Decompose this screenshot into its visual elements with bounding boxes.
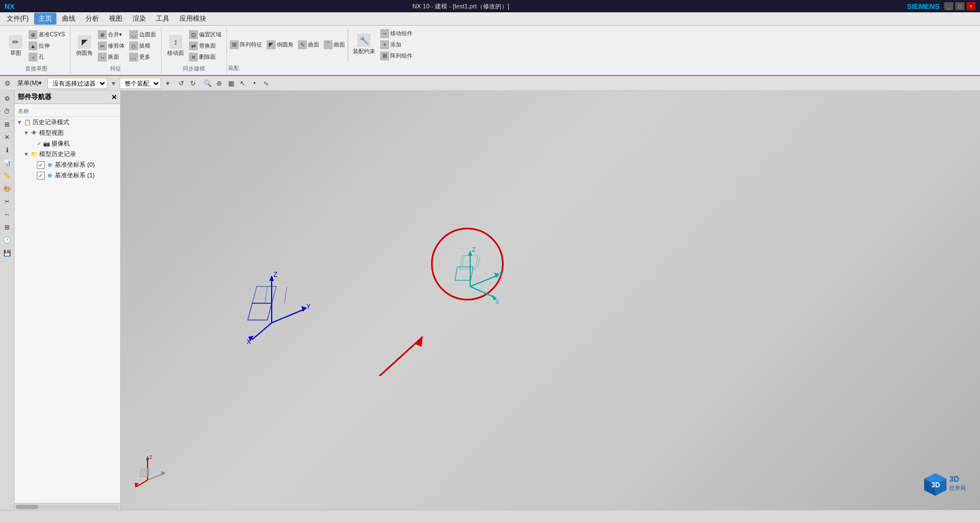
btn-move-face[interactable]: ↕ 移动面: [165, 34, 186, 58]
undo-icon[interactable]: ↺: [176, 78, 186, 88]
replace-face2-icon: ⇄: [189, 41, 198, 50]
point-icon[interactable]: •: [249, 78, 259, 88]
sl-analysis[interactable]: 📊: [2, 157, 13, 168]
pattern-component-icon: ⊞: [380, 51, 389, 60]
nav-item-modelview[interactable]: ▼ 👁 模型视图: [15, 128, 120, 138]
filter-icon[interactable]: ▦: [226, 78, 236, 88]
btn-delete-face[interactable]: ✕ 删除面: [187, 52, 223, 62]
menu-curve[interactable]: 曲线: [58, 13, 80, 25]
sl-clock[interactable]: 🕐: [2, 234, 13, 246]
modelview-icon: 👁: [30, 129, 38, 137]
sl-color[interactable]: 🎨: [2, 183, 13, 194]
nav-item-camera[interactable]: ✓ 📷 摄像机: [15, 138, 120, 149]
btn-more-feature[interactable]: … 更多: [127, 52, 158, 62]
btn-extrude[interactable]: ▲ 拉伸: [27, 41, 67, 51]
chamfer2-icon: ◤: [267, 40, 276, 49]
menu-file[interactable]: 文件(F): [2, 13, 33, 25]
main-area: ⚙ ⏱ ⊞ ✕ ℹ 📊 📏 🎨 ✂ ↔ ⊞ 🕐 💾 部件导航器 ✕ 名称 ▼ 📋…: [0, 91, 980, 510]
datum1-icon: ⊕: [46, 172, 54, 180]
feature-group-label: 特征: [110, 65, 121, 73]
btn-curve2[interactable]: ⌒ 曲面: [322, 40, 347, 50]
siemens-logo: SIEMENS: [907, 2, 940, 11]
btn-assembly-constraint[interactable]: 🔧 装配约束: [351, 32, 377, 57]
btn-datum-csys[interactable]: ⊕ 基准CSYS: [27, 30, 67, 40]
sl-assembly[interactable]: ⊞: [2, 119, 13, 130]
sl-info[interactable]: ℹ: [2, 144, 13, 156]
datum1-checkbox[interactable]: ✓: [37, 172, 45, 180]
nav-item-modelhistory[interactable]: ▼ 📁 模型历史记录: [15, 149, 120, 159]
btn-chamfer2[interactable]: ◤ 倒圆角: [265, 40, 295, 50]
view-icons: 🔍 ⊕ ▦ ↖ • ∿: [202, 78, 271, 88]
menu-view[interactable]: 视图: [105, 13, 127, 25]
btn-replace-face[interactable]: ↔ 换面: [96, 52, 126, 62]
selection-filter-dropdown[interactable]: 没有选择过滤器: [48, 78, 107, 89]
curve-select-icon[interactable]: ∿: [261, 78, 271, 88]
select-icon[interactable]: ↖: [238, 78, 248, 88]
svg-line-25: [477, 256, 480, 267]
btn-edge-blend[interactable]: ◡ 边圆面: [127, 30, 158, 40]
svg-rect-35: [140, 469, 150, 477]
svg-text:3D: 3D: [949, 474, 959, 483]
svg-line-3: [272, 309, 305, 323]
redo-icon[interactable]: ↻: [188, 78, 198, 88]
svg-line-26: [361, 337, 423, 376]
svg-rect-9: [248, 303, 272, 320]
nav-item-history[interactable]: ▼ 📋 历史记录模式: [15, 117, 120, 128]
nav-scrollbar[interactable]: [15, 503, 120, 510]
scroll-thumb: [16, 505, 38, 509]
svg-text:世界网: 世界网: [949, 485, 966, 491]
btn-replace-face2[interactable]: ⇄ 替换面: [187, 41, 223, 51]
nav-modelhistory-label: 模型历史记录: [39, 150, 76, 158]
svg-marker-32: [161, 471, 165, 476]
sl-settings[interactable]: ⚙: [2, 93, 13, 104]
nav-content: 名称 ▼ 📋 历史记录模式 ▼ 👁 模型视图 ✓ 📷 摄像机: [15, 104, 120, 503]
maximize-button[interactable]: □: [955, 2, 964, 10]
zoom-in-icon[interactable]: 🔍: [202, 78, 212, 88]
btn-add[interactable]: + 添加: [378, 40, 414, 50]
menu-tools[interactable]: 工具: [152, 13, 174, 25]
btn-sketch[interactable]: ✏ 草图: [6, 34, 26, 58]
viewport[interactable]: Z Y X: [121, 91, 980, 510]
nav-col-header: 名称: [15, 106, 120, 117]
snap-icon[interactable]: ⊕: [214, 78, 224, 88]
coord-small: Z: [131, 452, 170, 493]
nav-close-icon[interactable]: ✕: [111, 93, 117, 101]
btn-move-component[interactable]: ↔ 移动组件: [378, 29, 414, 39]
quickbar-menu[interactable]: 菜单(M)▾: [15, 78, 45, 88]
assembly-filter-dropdown[interactable]: 整个装配: [120, 78, 161, 89]
expand-modelview-icon: ▼: [23, 130, 30, 136]
sl-measure[interactable]: 📏: [2, 170, 13, 181]
close-button[interactable]: ×: [967, 2, 976, 10]
settings-icon[interactable]: ⚙: [2, 78, 12, 88]
menu-apps[interactable]: 应用模块: [175, 13, 211, 25]
camera-check: ✓: [37, 140, 41, 147]
menu-home[interactable]: 主页: [34, 13, 56, 25]
nav-modelview-label: 模型视图: [39, 129, 64, 137]
sl-history[interactable]: ⏱: [2, 106, 13, 117]
sl-move[interactable]: ↔: [2, 209, 13, 220]
btn-trim[interactable]: ✂ 修剪体: [96, 41, 126, 51]
sl-section[interactable]: ✂: [2, 196, 13, 207]
btn-chamfer[interactable]: ◤ 倒圆角: [74, 34, 95, 58]
menu-render[interactable]: 渲染: [128, 13, 150, 25]
btn-offset-region[interactable]: ⊡ 偏置区域: [187, 30, 223, 40]
sl-save[interactable]: 💾: [2, 247, 13, 258]
svg-marker-27: [414, 337, 423, 347]
sl-constraint[interactable]: ✕: [2, 131, 13, 143]
minimize-button[interactable]: _: [944, 2, 953, 10]
btn-curve1[interactable]: ∿ 曲面: [296, 40, 321, 50]
nav-item-datum1[interactable]: ✓ ⊕ 基准坐标系 (1): [15, 170, 120, 181]
btn-pattern-feature[interactable]: ⊞ 阵列特征: [228, 40, 264, 50]
sl-pattern[interactable]: ⊞: [2, 222, 13, 233]
quickbar: ⚙ 菜单(M)▾ 没有选择过滤器 ▼ 整个装配 ▼ ↺ ↻ 🔍 ⊕ ▦ ↖ • …: [0, 76, 980, 91]
btn-merge[interactable]: ⊕ 合并▾: [96, 30, 126, 40]
sketch-buttons: ✏ 草图 ⊕ 基准CSYS ▲ 拉伸 ○ 孔: [6, 28, 67, 64]
ribbon-group-feature: ◤ 倒圆角 ⊕ 合并▾ ✂ 修剪体 ↔ 换面 ◡: [70, 27, 162, 74]
menu-analysis[interactable]: 分析: [81, 13, 103, 25]
sketch-icon: ✏: [9, 35, 22, 49]
btn-pattern-component[interactable]: ⊞ 阵列组件: [378, 51, 414, 61]
nav-item-datum0[interactable]: ✓ ⊕ 基准坐标系 (0): [15, 159, 120, 170]
btn-hole[interactable]: ○ 孔: [27, 52, 67, 62]
btn-draft[interactable]: ◇ 拔模: [127, 41, 158, 51]
datum0-checkbox[interactable]: ✓: [37, 161, 45, 169]
